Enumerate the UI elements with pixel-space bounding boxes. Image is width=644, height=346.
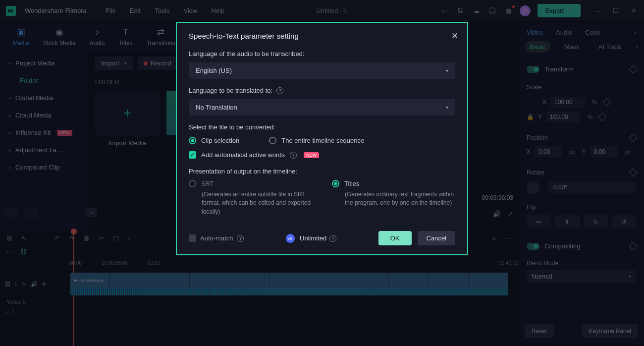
select-file-label: Select the file to be converted: <box>189 123 455 131</box>
cancel-button[interactable]: Cancel <box>418 231 455 245</box>
help-icon[interactable]: ? <box>290 152 297 159</box>
checkbox-icon <box>189 234 196 242</box>
unlimited-badge: AI Unlimited ? <box>286 234 336 243</box>
srt-desc: (Generates an entire subtitle file in SR… <box>189 190 312 216</box>
automatch-label: Auto-match <box>200 234 233 242</box>
output-srt[interactable]: SRT (Generates an entire subtitle file i… <box>189 180 312 216</box>
checkbox-icon: ✓ <box>189 151 196 159</box>
radio-icon <box>269 137 276 144</box>
translate-label-text: Language to be translated to: <box>189 87 272 94</box>
ok-button[interactable]: OK <box>378 231 412 245</box>
srt-label: SRT <box>201 180 214 187</box>
radio-label: The entire timeline sequence <box>281 137 364 144</box>
radio-icon <box>332 180 339 187</box>
modal-overlay: Speech-to-Text parameter setting ✕ Langu… <box>0 0 644 346</box>
translate-label: Language to be translated to: ? <box>189 87 455 94</box>
output-options: SRT (Generates an entire subtitle file i… <box>189 180 455 216</box>
unlimited-label: Unlimited <box>300 234 326 242</box>
automatch-row[interactable]: Auto-match ? <box>189 234 244 242</box>
file-radio-group: Clip selection The entire timeline seque… <box>189 137 455 144</box>
translate-value: No Translation <box>196 104 237 111</box>
translate-select[interactable]: No Translation ▾ <box>189 99 455 115</box>
language-value: English (US) <box>196 67 232 74</box>
radio-icon <box>189 137 196 144</box>
radio-entire-timeline[interactable]: The entire timeline sequence <box>269 137 364 144</box>
chevron-down-icon: ▾ <box>446 105 448 110</box>
titles-desc: (Generates ordinary text fragments withi… <box>332 190 455 208</box>
help-icon[interactable]: ? <box>276 87 283 94</box>
language-label: Language of the audio to be transcribed: <box>189 50 455 58</box>
modal-close-button[interactable]: ✕ <box>451 31 458 41</box>
speech-to-text-modal: Speech-to-Text parameter setting ✕ Langu… <box>176 22 468 255</box>
ai-icon: AI <box>286 234 295 243</box>
presentation-label: Presentation of output on the timeline: <box>189 168 455 175</box>
output-titles[interactable]: Titles (Generates ordinary text fragment… <box>332 180 455 216</box>
help-icon[interactable]: ? <box>329 235 336 242</box>
language-select[interactable]: English (US) ▾ <box>189 62 455 79</box>
new-badge: NEW <box>304 152 319 158</box>
modal-title: Speech-to-Text parameter setting <box>189 32 455 40</box>
radio-clip-selection[interactable]: Clip selection <box>189 137 239 144</box>
chevron-down-icon: ▾ <box>446 68 448 73</box>
active-words-label: Add automatical active words <box>201 151 285 159</box>
help-icon[interactable]: ? <box>237 235 244 242</box>
radio-label: Clip selection <box>201 137 239 144</box>
radio-icon <box>189 180 196 187</box>
active-words-row[interactable]: ✓ Add automatical active words ? NEW <box>189 151 455 159</box>
titles-label: Titles <box>344 180 360 187</box>
